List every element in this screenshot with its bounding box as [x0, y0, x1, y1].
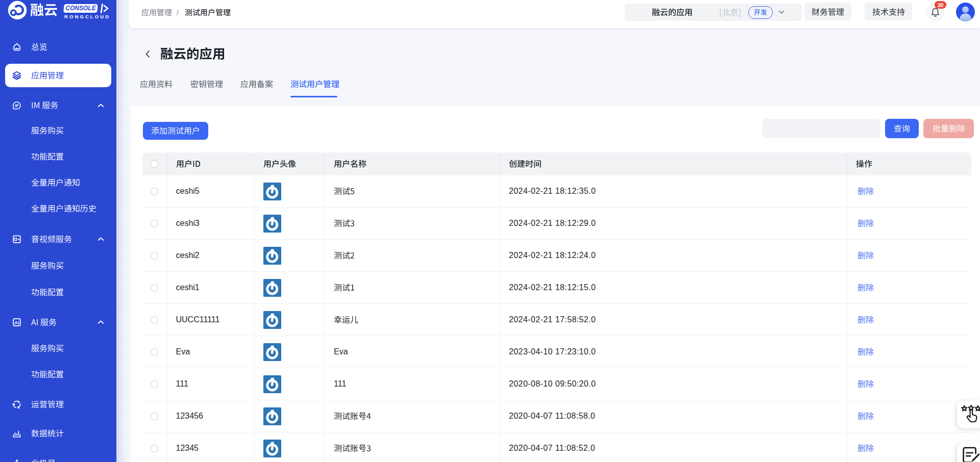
svg-text:Ai: Ai	[14, 320, 19, 325]
